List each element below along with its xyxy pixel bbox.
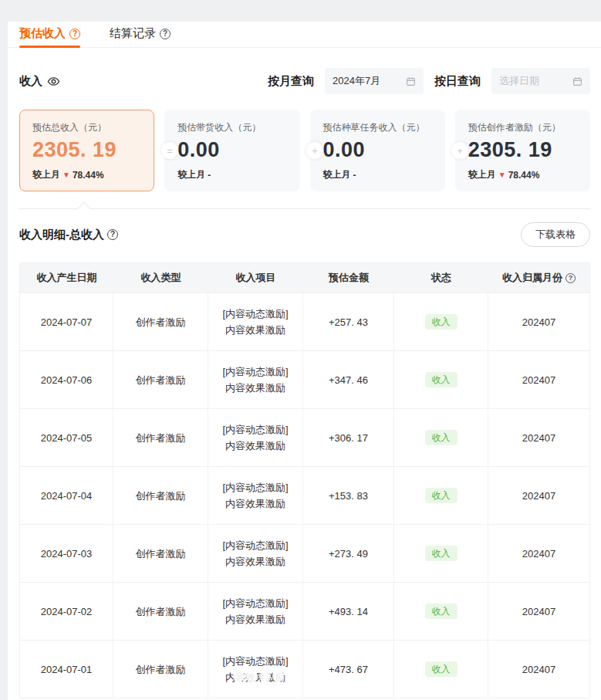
- detail-title-text: 收入明细-总收入: [19, 228, 104, 242]
- calendar-icon: [572, 76, 582, 86]
- cell-month: 202407: [488, 293, 589, 350]
- status-badge: 收入: [425, 430, 458, 445]
- date-filters: 按月查询 2024年7月 按日查询 选择日期: [268, 68, 590, 94]
- cell-type: 创作者激励: [113, 525, 208, 582]
- calendar-icon: [406, 76, 416, 86]
- compare-label: 较上月: [177, 168, 205, 181]
- watermark-dots: [233, 671, 297, 682]
- cell-amount: +493. 14: [303, 583, 394, 640]
- cell-month: 202407: [488, 525, 589, 582]
- cell-status: 收入: [394, 467, 488, 524]
- compare-value: 78.44%: [73, 170, 104, 181]
- cell-amount: +273. 49: [303, 525, 394, 582]
- stat-card-title: 预估创作者激励（元）: [468, 121, 577, 134]
- cell-status: 收入: [394, 351, 488, 408]
- status-badge: 收入: [425, 546, 458, 561]
- down-triangle-icon: ▼: [498, 171, 506, 179]
- cell-status: 收入: [394, 583, 488, 640]
- detail-section-title: 收入明细-总收入 ?: [19, 228, 118, 242]
- cell-amount: +257. 43: [303, 293, 394, 350]
- col-header-date: 收入产生日期: [20, 263, 113, 293]
- stat-card-title: 预估带货收入（元）: [177, 121, 286, 134]
- table-row[interactable]: 2024-07-02 创作者激励 [内容动态激励] 内容效果激励 +493. 1…: [20, 582, 589, 640]
- cell-status: 收入: [394, 293, 488, 350]
- tab-settlement-records[interactable]: 结算记录 ?: [110, 22, 171, 48]
- tab-label: 预估收入: [19, 26, 66, 41]
- cell-project: [内容动态激励] 内容效果激励: [208, 409, 303, 466]
- compare-value: -: [353, 170, 356, 181]
- cell-date: 2024-07-06: [20, 351, 113, 408]
- help-circle-icon[interactable]: ?: [160, 29, 171, 39]
- day-query-label: 按日查询: [434, 74, 481, 89]
- cell-project: [内容动态激励] 内容效果激励: [208, 641, 303, 698]
- col-header-type: 收入类型: [113, 263, 208, 293]
- cell-project: [内容动态激励] 内容效果激励: [208, 351, 303, 408]
- table-row[interactable]: 2024-07-01 创作者激励 [内容动态激励] 内容效果激励 +473. 6…: [20, 640, 589, 698]
- earnings-panel: 预估收入 ? 结算记录 ? 收入 按月查询: [8, 22, 601, 700]
- stat-card-compare: 较上月 -: [177, 168, 286, 181]
- month-picker-value: 2024年7月: [333, 74, 401, 88]
- eye-icon[interactable]: [47, 75, 60, 88]
- stat-card[interactable]: 预估创作者激励（元） 2305. 19 较上月 ▼ 78.44%: [455, 110, 590, 191]
- cell-type: 创作者激励: [113, 641, 208, 698]
- cell-type: 创作者激励: [113, 293, 208, 350]
- page-root: 预估收入 ? 结算记录 ? 收入 按月查询: [0, 0, 601, 700]
- cell-date: 2024-07-02: [20, 583, 113, 640]
- day-picker-placeholder: 选择日期: [499, 74, 568, 88]
- stat-card-compare: 较上月 -: [323, 168, 432, 181]
- day-picker-input[interactable]: 选择日期: [491, 68, 590, 94]
- compare-value: -: [208, 170, 211, 181]
- detail-header: 收入明细-总收入 ? 下载表格: [19, 222, 590, 247]
- status-badge: 收入: [425, 488, 458, 503]
- stat-cards-row: 预估总收入（元） 2305. 19 较上月 ▼ 78.44% 预估带货收入（元）…: [19, 110, 590, 191]
- cell-date: 2024-07-04: [20, 467, 113, 524]
- stat-card[interactable]: 预估种草任务收入（元） 0.00 较上月 -: [310, 110, 445, 191]
- cell-status: 收入: [394, 525, 488, 582]
- card-pointer-divider: [19, 208, 590, 209]
- compare-label: 较上月: [468, 168, 496, 181]
- cell-month: 202407: [488, 409, 589, 466]
- tab-bar: 预估收入 ? 结算记录 ?: [8, 22, 601, 48]
- table-body: 2024-07-07 创作者激励 [内容动态激励] 内容效果激励 +257. 4…: [20, 293, 589, 698]
- stat-card-value: 0.00: [323, 138, 432, 162]
- table-row[interactable]: 2024-07-07 创作者激励 [内容动态激励] 内容效果激励 +257. 4…: [20, 293, 589, 350]
- help-circle-icon[interactable]: ?: [107, 229, 118, 240]
- month-picker-input[interactable]: 2024年7月: [325, 68, 424, 94]
- month-query-label: 按月查询: [268, 74, 314, 89]
- plus-connector-icon: +: [306, 142, 323, 159]
- stat-card[interactable]: 预估带货收入（元） 0.00 较上月 -: [164, 110, 299, 191]
- table-row[interactable]: 2024-07-04 创作者激励 [内容动态激励] 内容效果激励 +153. 8…: [20, 466, 589, 524]
- plus-connector-icon: +: [451, 142, 468, 159]
- filter-row: 收入 按月查询 2024年7月: [19, 68, 590, 94]
- table-header-row: 收入产生日期 收入类型 收入项目 预估金额 状态 收入归属月份 ?: [20, 263, 589, 293]
- cell-date: 2024-07-03: [20, 525, 113, 582]
- help-circle-icon[interactable]: ?: [566, 273, 576, 283]
- stat-card[interactable]: 预估总收入（元） 2305. 19 较上月 ▼ 78.44%: [19, 110, 154, 191]
- cell-amount: +347. 46: [303, 351, 394, 408]
- download-table-button[interactable]: 下载表格: [521, 222, 590, 247]
- stat-card-compare: 较上月 ▼ 78.44%: [32, 168, 141, 181]
- stat-card-value: 2305. 19: [32, 138, 141, 162]
- income-section-label: 收入: [19, 74, 60, 89]
- table-row[interactable]: 2024-07-03 创作者激励 [内容动态激励] 内容效果激励 +273. 4…: [20, 524, 589, 582]
- cell-month: 202407: [488, 351, 589, 408]
- cell-status: 收入: [394, 641, 488, 698]
- table-row[interactable]: 2024-07-06 创作者激励 [内容动态激励] 内容效果激励 +347. 4…: [20, 350, 589, 408]
- compare-value: 78.44%: [508, 170, 540, 181]
- cell-project: [内容动态激励] 内容效果激励: [208, 525, 303, 582]
- col-header-month: 收入归属月份 ?: [488, 263, 589, 293]
- table-row[interactable]: 2024-07-05 创作者激励 [内容动态激励] 内容效果激励 +306. 1…: [20, 408, 589, 466]
- cell-type: 创作者激励: [113, 409, 208, 466]
- stat-card-value: 2305. 19: [468, 138, 577, 162]
- cell-project: [内容动态激励] 内容效果激励: [208, 467, 303, 524]
- tab-label: 结算记录: [110, 26, 156, 41]
- tab-estimated-income[interactable]: 预估收入 ?: [19, 22, 80, 48]
- stat-card-title: 预估种草任务收入（元）: [323, 121, 432, 134]
- cell-project: [内容动态激励] 内容效果激励: [208, 583, 303, 640]
- help-circle-icon[interactable]: ?: [69, 29, 80, 39]
- status-badge: 收入: [425, 661, 458, 677]
- status-badge: 收入: [425, 372, 458, 387]
- cell-status: 收入: [394, 409, 488, 466]
- cell-amount: +153. 83: [303, 467, 394, 524]
- status-badge: 收入: [425, 314, 458, 330]
